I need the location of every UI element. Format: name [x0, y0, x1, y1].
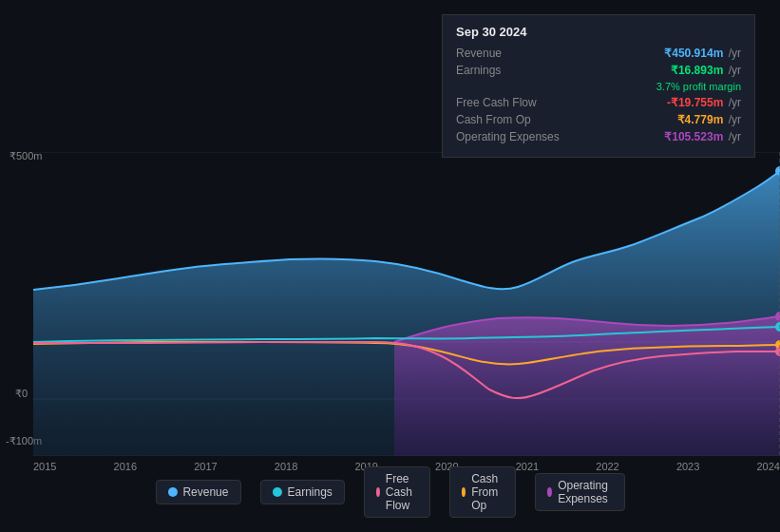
tooltip-row-revenue: Revenue ₹450.914m /yr: [456, 47, 741, 60]
opex-value: ₹105.523m /yr: [664, 130, 741, 143]
y-label-0: ₹0: [15, 388, 28, 400]
earnings-legend-label: Earnings: [287, 485, 332, 499]
tooltip-row-margin: 3.7% profit margin: [456, 81, 741, 92]
opex-label: Operating Expenses: [456, 130, 570, 143]
chart-container: Sep 30 2024 Revenue ₹450.914m /yr Earnin…: [0, 0, 780, 532]
fcf-legend-dot: [376, 487, 380, 497]
revenue-label: Revenue: [456, 47, 570, 60]
revenue-value: ₹450.914m /yr: [664, 47, 741, 60]
tooltip-date: Sep 30 2024: [456, 25, 741, 39]
revenue-legend-label: Revenue: [182, 485, 228, 499]
revenue-legend-dot: [167, 487, 177, 497]
cashop-label: Cash From Op: [456, 113, 570, 126]
opex-legend-dot: [547, 487, 552, 497]
opex-legend-label: Operating Expenses: [558, 479, 612, 505]
legend-item-opex[interactable]: Operating Expenses: [535, 473, 625, 511]
cashop-legend-dot: [462, 487, 466, 497]
profit-margin: 3.7% profit margin: [656, 81, 741, 92]
legend-item-cashop[interactable]: Cash From Op: [449, 466, 516, 518]
earnings-value: ₹16.893m /yr: [671, 64, 741, 77]
x-label-2024: 2024: [756, 461, 779, 472]
earnings-legend-dot: [272, 487, 281, 497]
tooltip-box: Sep 30 2024 Revenue ₹450.914m /yr Earnin…: [442, 14, 755, 158]
x-label-2023: 2023: [676, 461, 699, 472]
fcf-value: -₹19.755m /yr: [667, 96, 741, 109]
cashop-value: ₹4.779m /yr: [677, 113, 741, 126]
tooltip-row-opex: Operating Expenses ₹105.523m /yr: [456, 130, 741, 143]
main-chart: [33, 152, 780, 456]
fcf-legend-label: Free Cash Flow: [386, 472, 418, 512]
legend: Revenue Earnings Free Cash Flow Cash Fro…: [155, 466, 624, 518]
legend-item-revenue[interactable]: Revenue: [155, 480, 240, 504]
tooltip-row-cashop: Cash From Op ₹4.779m /yr: [456, 113, 741, 126]
earnings-label: Earnings: [456, 64, 570, 77]
tooltip-row-earnings: Earnings ₹16.893m /yr: [456, 64, 741, 77]
tooltip-row-fcf: Free Cash Flow -₹19.755m /yr: [456, 96, 741, 109]
legend-item-fcf[interactable]: Free Cash Flow: [364, 466, 430, 518]
legend-item-earnings[interactable]: Earnings: [259, 480, 344, 504]
cashop-legend-label: Cash From Op: [471, 472, 504, 512]
x-label-2015: 2015: [33, 461, 56, 472]
x-label-2016: 2016: [114, 461, 137, 472]
fcf-label: Free Cash Flow: [456, 96, 570, 109]
